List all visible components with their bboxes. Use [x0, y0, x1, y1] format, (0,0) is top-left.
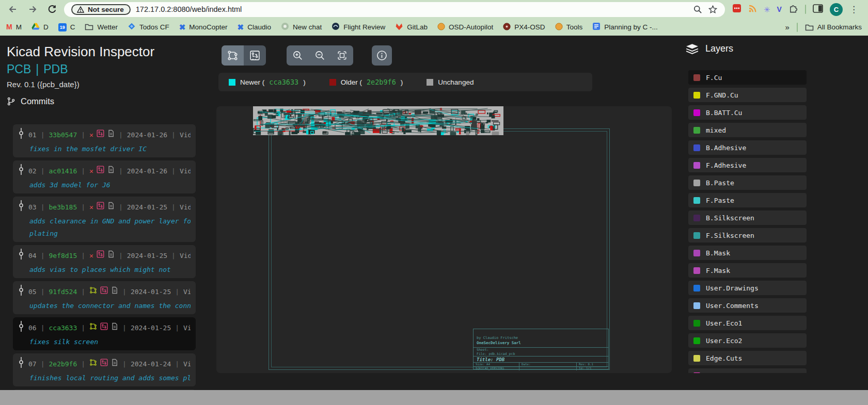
- bookmark-calendar[interactable]: 19C: [58, 23, 75, 31]
- pcb-diff-icon[interactable]: [97, 250, 104, 261]
- layer-row-user-comments[interactable]: User.Comments: [688, 298, 807, 313]
- pdb-link[interactable]: PDB: [43, 62, 68, 76]
- commit-author: Vidit Kat: [183, 287, 191, 297]
- layer-color-swatch: [693, 127, 700, 134]
- doc-icon[interactable]: [111, 286, 118, 297]
- bookmark-drive[interactable]: D: [31, 23, 49, 32]
- split-view-icon[interactable]: [813, 4, 823, 15]
- layer-row-f-paste[interactable]: F.Paste: [688, 193, 807, 207]
- schematic-changed-icon[interactable]: [89, 286, 97, 297]
- layer-row-b-silkscreen[interactable]: B.Silkscreen: [688, 210, 807, 225]
- url-text[interactable]: 172.17.0.2:8080/web/index.html: [136, 5, 688, 13]
- layer-row-b-batt-cu[interactable]: B.BATT.Cu: [688, 105, 807, 120]
- doc-icon[interactable]: [107, 202, 115, 212]
- layer-row-f-adhesive[interactable]: F.Adhesive: [688, 158, 807, 172]
- layer-name: F.Cu: [706, 74, 722, 82]
- layer-row-f-gnd-cu[interactable]: F.GND.Cu: [688, 88, 807, 102]
- layer-row-user-eco1[interactable]: User.Eco1: [688, 316, 807, 330]
- bookmark-px4[interactable]: PX4-OSD: [503, 23, 545, 32]
- commit-row-9ef8d15[interactable]: 04|9ef8d15|✕|2024-01-25|Vidit Katadds vi…: [13, 245, 196, 278]
- commit-row-33b0547[interactable]: 01|33b0547|✕|2024-01-26|Vidit Katfixes i…: [13, 124, 196, 157]
- bookmark-gmail[interactable]: MM: [6, 23, 22, 31]
- commit-author: Vidit Kat: [183, 323, 191, 333]
- doc-icon[interactable]: [111, 322, 118, 333]
- asterisk-extension-icon[interactable]: ✳: [764, 6, 770, 13]
- folder-icon: [805, 23, 814, 31]
- security-label: Not secure: [88, 6, 124, 13]
- bookmark-todos[interactable]: Todos CF: [128, 22, 169, 32]
- bookmark-label: M: [16, 23, 22, 31]
- zoom-out-button[interactable]: [309, 45, 331, 66]
- pcb-diff-icon[interactable]: [100, 322, 108, 333]
- commit-row-ac01416[interactable]: 02|ac01416|✕|2024-01-26|Vidit Katadds 3d…: [13, 160, 196, 193]
- layer-row-f-silkscreen[interactable]: F.Silkscreen: [688, 228, 807, 242]
- warning-icon: [77, 6, 84, 13]
- reload-button[interactable]: [44, 2, 60, 17]
- bookmark-folder[interactable]: Wetter: [85, 23, 118, 32]
- address-bar[interactable]: Not secure 172.17.0.2:8080/web/index.htm…: [64, 2, 725, 17]
- schematic-changed-icon[interactable]: [89, 359, 97, 369]
- info-icon: [376, 50, 388, 61]
- pcb-diff-icon[interactable]: [97, 166, 104, 176]
- layer-row-margin[interactable]: Margin: [688, 368, 807, 373]
- bookmark-star-button[interactable]: [708, 5, 718, 14]
- zoom-page-button[interactable]: [693, 5, 703, 14]
- v-extension-icon[interactable]: V: [777, 6, 782, 13]
- bookmark-planning[interactable]: Planning by C -...: [592, 22, 658, 32]
- pcb-diff-icon[interactable]: [100, 286, 108, 297]
- browser-menu-button[interactable]: ⋮: [849, 4, 858, 15]
- all-bookmarks-button[interactable]: All Bookmarks: [805, 23, 862, 31]
- doc-icon[interactable]: [107, 166, 115, 176]
- not-secure-chip[interactable]: Not secure: [71, 4, 131, 15]
- doc-icon[interactable]: [107, 250, 115, 261]
- layer-row-b-adhesive[interactable]: B.Adhesive: [688, 140, 807, 155]
- back-button[interactable]: [5, 2, 21, 17]
- pcb-link[interactable]: PCB: [7, 62, 31, 76]
- layer-row-b-paste[interactable]: B.Paste: [688, 175, 807, 190]
- schematic-changed-icon[interactable]: [89, 322, 97, 333]
- doc-icon[interactable]: [111, 359, 118, 369]
- bookmark-flightreview[interactable]: Flight Review: [332, 22, 385, 32]
- doc-icon[interactable]: [107, 129, 115, 140]
- layer-row-user-eco2[interactable]: User.Eco2: [688, 333, 807, 348]
- commit-row-cca3633[interactable]: 06|cca3633||2024-01-25|Vidit Katfixes si…: [13, 317, 196, 350]
- info-button[interactable]: [372, 45, 392, 66]
- commit-row-2e2b9f6[interactable]: 07|2e2b9f6||2024-01-24|Vidit Katfinishes…: [13, 353, 196, 386]
- pcb-diff-icon[interactable]: [97, 202, 104, 212]
- bookmark-gitlab[interactable]: GitLab: [395, 23, 428, 32]
- pcb-canvas[interactable]: by Claudio Fritsche OneSecDelivery Sarl …: [216, 106, 672, 373]
- forward-button[interactable]: [25, 2, 40, 17]
- layer-row-f-mask[interactable]: F.Mask: [688, 263, 807, 278]
- bookmark-newchat[interactable]: New chat: [281, 22, 322, 32]
- monocopter-icon: ✖: [179, 23, 186, 31]
- bookmark-claudio[interactable]: ✖Claudio: [238, 23, 271, 31]
- layer-row-mixed[interactable]: mixed: [688, 123, 807, 137]
- rss-extension-icon[interactable]: [748, 4, 757, 15]
- profile-avatar[interactable]: C: [830, 3, 843, 16]
- pcb-view-button[interactable]: [244, 45, 266, 66]
- pcb-diff-icon[interactable]: [97, 129, 104, 140]
- schematic-view-button[interactable]: [222, 45, 244, 66]
- commit-list[interactable]: 01|33b0547|✕|2024-01-26|Vidit Katfixes i…: [13, 124, 196, 390]
- zoom-fit-button[interactable]: [331, 45, 353, 66]
- pcb-diff-icon[interactable]: [100, 359, 108, 369]
- layers-list[interactable]: F.CuF.GND.CuB.BATT.CumixedB.AdhesiveF.Ad…: [688, 70, 807, 373]
- layer-row-user-drawings[interactable]: User.Drawings: [688, 281, 807, 295]
- commit-row-91fd524[interactable]: 05|91fd524||2024-01-25|Vidit Katupdates …: [13, 281, 196, 314]
- commit-message: updates the connector and names the conn…: [18, 300, 191, 311]
- extensions-puzzle-icon[interactable]: [788, 4, 798, 15]
- password-extension-icon[interactable]: [732, 4, 741, 15]
- layer-row-b-mask[interactable]: B.Mask: [688, 246, 807, 260]
- zoom-in-button[interactable]: [287, 45, 309, 66]
- bookmark-monocopter[interactable]: ✖MonoCopter: [179, 23, 228, 31]
- bookmark-tools[interactable]: Tools: [555, 23, 583, 32]
- revision-label: Rev. 0.1 ({pcb_date}): [7, 80, 80, 89]
- layer-row-edge-cuts[interactable]: Edge.Cuts: [688, 351, 807, 365]
- bookmark-osd[interactable]: OSD-Autopilot: [437, 23, 493, 32]
- commit-hash: be3b185: [49, 202, 77, 212]
- commit-message: plating: [18, 228, 191, 239]
- layer-row-f-cu[interactable]: F.Cu: [688, 70, 807, 85]
- commit-row-be3b185[interactable]: 03|be3b185|✕|2024-01-25|Vidit Katadds cl…: [13, 197, 196, 242]
- titleblock-company: OneSecDelivery Sarl: [477, 341, 608, 345]
- bookmarks-overflow-button[interactable]: »: [785, 23, 789, 31]
